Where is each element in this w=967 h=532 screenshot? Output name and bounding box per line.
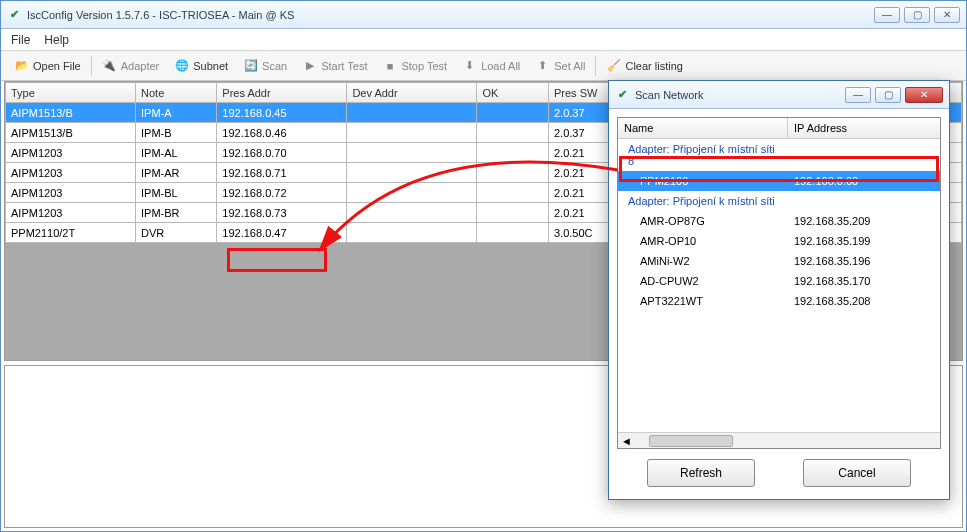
scan-icon: 🔄 xyxy=(243,58,258,73)
cell-pres_addr[interactable]: 192.168.0.71 xyxy=(217,163,347,183)
cell-type[interactable]: AIPM1203 xyxy=(6,163,136,183)
cell-ok1[interactable] xyxy=(477,203,549,223)
dialog-close-button[interactable]: ✕ xyxy=(905,87,943,103)
device-name: AMR-OP10 xyxy=(618,233,788,249)
cell-pres_addr[interactable]: 192.168.0.46 xyxy=(217,123,347,143)
clear-listing-label: Clear listing xyxy=(625,60,682,72)
close-button[interactable]: ✕ xyxy=(934,7,960,23)
scan-list-header: Name IP Address xyxy=(618,118,940,139)
scrollbar-thumb[interactable] xyxy=(649,435,733,447)
cell-pres_addr[interactable]: 192.168.0.72 xyxy=(217,183,347,203)
menu-file[interactable]: File xyxy=(11,33,30,47)
open-file-button[interactable]: 📂 Open File xyxy=(7,54,88,78)
device-name: AMiNi-W2 xyxy=(618,253,788,269)
cell-dev_addr[interactable] xyxy=(347,223,477,243)
cell-type[interactable]: AIPM1203 xyxy=(6,143,136,163)
play-icon: ▶ xyxy=(302,58,317,73)
set-all-label: Set All xyxy=(554,60,585,72)
start-test-button[interactable]: ▶ Start Test xyxy=(295,54,374,78)
subnet-button[interactable]: 🌐 Subnet xyxy=(167,54,235,78)
cell-pres_addr[interactable]: 192.168.0.45 xyxy=(217,103,347,123)
cell-dev_addr[interactable] xyxy=(347,163,477,183)
cell-pres_addr[interactable]: 192.168.0.73 xyxy=(217,203,347,223)
scan-network-dialog: ✔ Scan Network — ▢ ✕ Name IP Address Ada… xyxy=(608,80,950,500)
dialog-titlebar[interactable]: ✔ Scan Network — ▢ ✕ xyxy=(609,81,949,109)
load-all-label: Load All xyxy=(481,60,520,72)
cell-ok1[interactable] xyxy=(477,163,549,183)
cell-ok1[interactable] xyxy=(477,143,549,163)
scroll-left-icon[interactable]: ◄ xyxy=(618,435,635,447)
upload-icon: ⬆ xyxy=(535,58,550,73)
cell-dev_addr[interactable] xyxy=(347,183,477,203)
refresh-button[interactable]: Refresh xyxy=(647,459,755,487)
dialog-minimize-button[interactable]: — xyxy=(845,87,871,103)
list-item[interactable]: AMiNi-W2192.168.35.196 xyxy=(618,251,940,271)
scan-result-list[interactable]: Name IP Address Adapter: Připojení k mís… xyxy=(617,117,941,449)
dialog-title: Scan Network xyxy=(635,89,839,101)
adapter-button[interactable]: 🔌 Adapter xyxy=(95,54,167,78)
col-ok1[interactable]: OK xyxy=(477,83,549,103)
dialog-window-controls: — ▢ ✕ xyxy=(845,87,943,103)
cell-type[interactable]: PPM2110/2T xyxy=(6,223,136,243)
cell-note[interactable]: DVR xyxy=(136,223,217,243)
start-test-label: Start Test xyxy=(321,60,367,72)
col-dev_addr[interactable]: Dev Addr xyxy=(347,83,477,103)
toolbar-separator xyxy=(595,56,596,76)
subnet-icon: 🌐 xyxy=(174,58,189,73)
adapter-icon: 🔌 xyxy=(102,58,117,73)
cell-type[interactable]: AIPM1203 xyxy=(6,203,136,223)
device-ip: 192.168.35.170 xyxy=(788,273,940,289)
dialog-maximize-button[interactable]: ▢ xyxy=(875,87,901,103)
load-all-button[interactable]: ⬇ Load All xyxy=(455,54,527,78)
cancel-button[interactable]: Cancel xyxy=(803,459,911,487)
cell-note[interactable]: IPM-AR xyxy=(136,163,217,183)
list-item[interactable]: APT3221WT192.168.35.208 xyxy=(618,291,940,311)
device-name: AD-CPUW2 xyxy=(618,273,788,289)
cell-note[interactable]: IPM-BR xyxy=(136,203,217,223)
cell-note[interactable]: IPM-AL xyxy=(136,143,217,163)
scan-label: Scan xyxy=(262,60,287,72)
cell-note[interactable]: IPM-B xyxy=(136,123,217,143)
cell-ok1[interactable] xyxy=(477,183,549,203)
list-item[interactable]: PPM2100192.168.0.60 xyxy=(618,171,940,191)
cell-dev_addr[interactable] xyxy=(347,103,477,123)
list-item[interactable]: AD-CPUW2192.168.35.170 xyxy=(618,271,940,291)
cell-pres_addr[interactable]: 192.168.0.70 xyxy=(217,143,347,163)
set-all-button[interactable]: ⬆ Set All xyxy=(528,54,592,78)
col-type[interactable]: Type xyxy=(6,83,136,103)
col-name[interactable]: Name xyxy=(618,118,788,138)
cell-ok1[interactable] xyxy=(477,223,549,243)
cell-ok1[interactable] xyxy=(477,123,549,143)
list-item[interactable]: AMR-OP10192.168.35.199 xyxy=(618,231,940,251)
cell-ok1[interactable] xyxy=(477,103,549,123)
cell-dev_addr[interactable] xyxy=(347,123,477,143)
cell-type[interactable]: AIPM1203 xyxy=(6,183,136,203)
cell-dev_addr[interactable] xyxy=(347,203,477,223)
toolbar-separator xyxy=(91,56,92,76)
device-ip xyxy=(788,193,940,209)
col-ip[interactable]: IP Address xyxy=(788,118,940,138)
menu-help[interactable]: Help xyxy=(44,33,69,47)
maximize-button[interactable]: ▢ xyxy=(904,7,930,23)
horizontal-scrollbar[interactable]: ◄ xyxy=(618,432,940,448)
clear-listing-button[interactable]: 🧹 Clear listing xyxy=(599,54,689,78)
cell-note[interactable]: IPM-BL xyxy=(136,183,217,203)
cell-type[interactable]: AIPM1513/B xyxy=(6,103,136,123)
main-titlebar[interactable]: ✔ IscConfig Version 1.5.7.6 - ISC-TRIOSE… xyxy=(1,1,966,29)
scan-button[interactable]: 🔄 Scan xyxy=(236,54,294,78)
list-item[interactable]: AMR-OP87G192.168.35.209 xyxy=(618,211,940,231)
adapter-group[interactable]: Adapter: Připojení k místní síti 8 xyxy=(618,139,940,171)
window-title: IscConfig Version 1.5.7.6 - ISC-TRIOSEA … xyxy=(27,9,868,21)
device-ip: 192.168.35.196 xyxy=(788,253,940,269)
cell-type[interactable]: AIPM1513/B xyxy=(6,123,136,143)
cell-note[interactable]: IPM-A xyxy=(136,103,217,123)
minimize-button[interactable]: — xyxy=(874,7,900,23)
stop-test-button[interactable]: ■ Stop Test xyxy=(375,54,454,78)
adapter-group[interactable]: Adapter: Připojení k místní síti xyxy=(618,191,940,211)
cell-pres_addr[interactable]: 192.168.0.47 xyxy=(217,223,347,243)
check-icon: ✔ xyxy=(7,8,21,22)
dialog-body: Name IP Address Adapter: Připojení k mís… xyxy=(609,109,949,499)
col-pres_addr[interactable]: Pres Addr xyxy=(217,83,347,103)
col-note[interactable]: Note xyxy=(136,83,217,103)
cell-dev_addr[interactable] xyxy=(347,143,477,163)
